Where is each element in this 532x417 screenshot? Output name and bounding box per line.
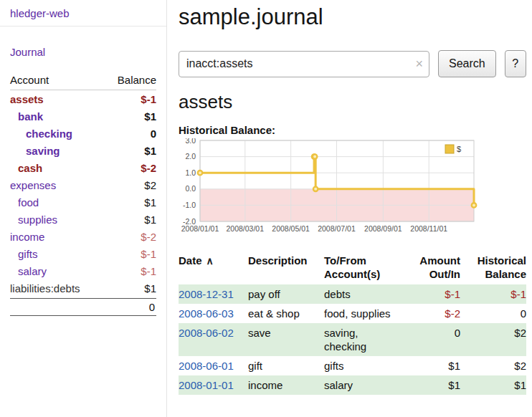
register-header-date: Date∧ [179,254,248,281]
register-header-row: Date∧ Description To/From Account(s) Amo… [179,254,526,281]
sidebar-account-balance: $1 [144,145,156,157]
sidebar-account-balance: $1 [144,214,156,226]
sidebar-account-row: food$1 [10,193,156,211]
sidebar-account-row: liabilities:debts$1 [10,279,156,297]
page-title: sample.journal [179,4,527,30]
sidebar-account-link[interactable]: expenses [10,179,56,191]
sidebar-account-balance: $1 [144,110,156,123]
svg-text:2008/07/01: 2008/07/01 [318,224,356,233]
sort-ascending-icon: ∧ [206,255,214,267]
sidebar: hledger-web Journal Account Balance asse… [0,0,167,417]
register-row: 2008-06-01giftgifts$1$2 [179,356,526,375]
transaction-date-link[interactable]: 2008-06-03 [179,307,234,320]
transaction-amount: $1 [399,356,460,375]
sidebar-account-row: cash$-2 [10,159,156,176]
chart-title: Historical Balance: [179,124,527,136]
accounts-table-header: Account Balance [10,74,156,90]
transaction-description: gift [248,356,324,375]
accounts-header-balance: Balance [118,74,156,86]
accounts-table-body: assets$-1bank$1checking0saving$1cash$-2e… [10,90,156,297]
sidebar-account-link[interactable]: liabilities:debts [10,282,80,294]
transaction-description: eat & shop [248,304,324,323]
register-row: 2008-06-03eat & shopfood, supplies$-20 [179,304,526,323]
transaction-accounts: gifts [324,356,399,375]
sidebar-account-link[interactable]: cash [10,162,42,174]
transaction-balance: $-1 [460,284,526,304]
svg-text:2008/09/01: 2008/09/01 [364,224,402,233]
transaction-balance: $2 [460,323,526,356]
register-row: 2008-06-02savesaving, checking0$2 [179,323,526,356]
transaction-amount: $-1 [399,284,460,304]
svg-text:1.0: 1.0 [185,168,196,177]
sidebar-account-link[interactable]: food [10,196,39,208]
transaction-amount: $1 [399,375,460,395]
sidebar-account-link[interactable]: bank [10,110,43,123]
transaction-description: save [248,323,324,356]
transaction-date-link[interactable]: 2008-12-31 [179,288,234,300]
transaction-date-link[interactable]: 2008-06-02 [179,327,234,339]
register-header-account: To/From Account(s) [324,254,399,281]
transaction-date-link[interactable]: 2008-01-01 [179,379,234,391]
sidebar-account-balance: 0 [151,128,156,140]
sidebar-account-balance: $-2 [141,231,156,243]
app-root: hledger-web Journal Account Balance asse… [0,0,532,417]
chart-legend: $ [442,143,471,155]
app-title-link[interactable]: hledger-web [10,7,70,19]
transaction-balance: 0 [460,304,526,323]
clear-search-icon[interactable]: × [415,57,423,70]
main-content: sample.journal × Search ? assets Histori… [167,0,532,417]
app-header: hledger-web [0,0,166,27]
sidebar-account-balance: $-2 [141,162,156,174]
sidebar-account-row: saving$1 [10,142,156,159]
svg-text:-1.0: -1.0 [183,201,196,209]
search-input[interactable] [179,51,429,77]
sidebar-account-row: checking0 [10,125,156,142]
register-body: 2008-12-31pay offdebts$-1$-12008-06-03ea… [179,284,526,395]
transaction-date-link[interactable]: 2008-06-01 [179,360,234,372]
sidebar-account-link[interactable]: supplies [10,214,57,226]
svg-text:3.0: 3.0 [185,138,196,145]
svg-text:2008/11/01: 2008/11/01 [410,224,447,233]
transaction-description: pay off [248,284,324,304]
sidebar-account-link[interactable]: salary [10,265,47,277]
sidebar-account-row: salary$-1 [10,262,156,279]
sidebar-account-balance: $-1 [141,265,156,277]
register-header-amount: Amount Out/In [399,254,460,281]
sidebar-account-balance: $1 [144,282,156,294]
date-sort-label[interactable]: Date [179,254,202,267]
transaction-accounts: debts [324,284,399,304]
transaction-amount: 0 [399,323,460,356]
register-header-balance: Historical Balance [460,254,526,281]
transaction-accounts: salary [324,375,399,395]
help-button[interactable]: ? [505,50,526,77]
search-button[interactable]: Search [438,50,496,77]
sidebar-account-link[interactable]: gifts [10,248,38,260]
sidebar-account-link[interactable]: saving [10,145,60,157]
sidebar-account-row: gifts$-1 [10,245,156,262]
balance-chart-svg: 3.02.01.00.0-1.0-2.02008/01/012008/03/01… [179,138,478,236]
sidebar-account-link[interactable]: assets [10,93,44,105]
search-bar: × Search ? [179,50,527,77]
sidebar-nav: Journal [10,46,156,58]
sidebar-account-link[interactable]: income [10,231,44,243]
sidebar-account-balance: $-1 [141,93,156,105]
register-table: Date∧ Description To/From Account(s) Amo… [179,254,526,395]
account-title: assets [179,91,527,113]
sidebar-account-row: income$-2 [10,228,156,245]
transaction-accounts: saving, checking [324,323,399,356]
sidebar-account-row: expenses$2 [10,176,156,193]
sidebar-account-row: bank$1 [10,107,156,125]
svg-text:2.0: 2.0 [185,152,196,160]
sidebar-account-row: supplies$1 [10,211,156,228]
sidebar-item-journal[interactable]: Journal [10,46,45,58]
historical-balance-chart: 3.02.01.00.0-1.0-2.02008/01/012008/03/01… [179,138,478,238]
accounts-total-value: 0 [149,301,155,313]
register-row: 2008-12-31pay offdebts$-1$-1 [179,284,526,304]
sidebar-account-balance: $2 [144,179,156,191]
transaction-balance: $1 [460,375,526,395]
svg-text:0.0: 0.0 [185,184,196,193]
svg-text:$: $ [457,145,461,153]
svg-text:2008/03/01: 2008/03/01 [227,224,265,233]
register-header-description: Description [248,254,324,281]
sidebar-account-link[interactable]: checking [10,128,72,140]
